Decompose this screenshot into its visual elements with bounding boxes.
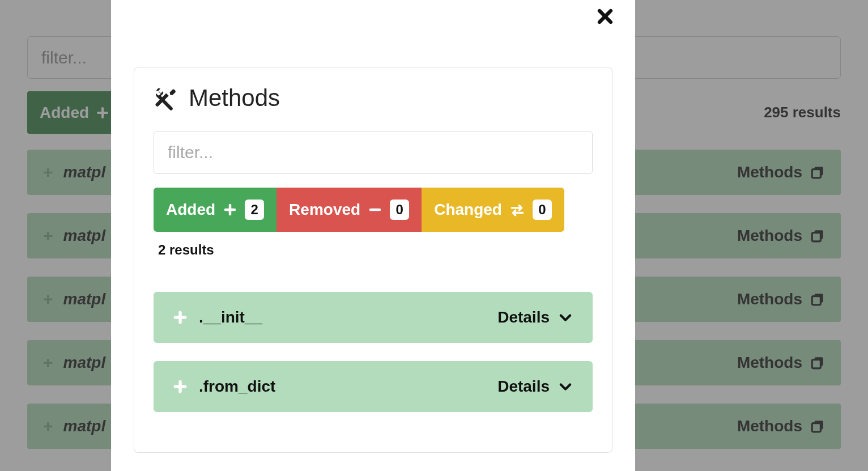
list-item[interactable]: .from_dict Details <box>154 361 593 412</box>
details-label: Details <box>497 308 550 326</box>
modal-title-text: Methods <box>189 84 280 112</box>
methods-modal: Methods Added 2 Removed 0 Changed <box>111 0 635 471</box>
details-button[interactable]: Details <box>497 377 573 396</box>
wrench-icon <box>154 86 178 111</box>
plus-icon <box>223 203 237 217</box>
item-name: .__init__ <box>199 308 262 326</box>
modal-results-count: 2 results <box>154 242 593 258</box>
changed-pill-label: Changed <box>434 201 502 219</box>
modal-filter-input[interactable] <box>154 131 593 174</box>
swap-icon <box>510 202 525 217</box>
modal-title: Methods <box>154 84 593 112</box>
minus-icon <box>368 203 382 217</box>
removed-pill-label: Removed <box>289 201 360 219</box>
removed-pill-count: 0 <box>390 200 409 220</box>
list-item[interactable]: .__init__ Details <box>154 292 593 343</box>
plus-icon <box>173 310 188 325</box>
added-pill[interactable]: Added 2 <box>154 188 276 232</box>
details-label: Details <box>497 377 550 396</box>
details-button[interactable]: Details <box>497 308 573 326</box>
chevron-down-icon <box>558 309 573 325</box>
added-pill-count: 2 <box>245 200 264 220</box>
chevron-down-icon <box>558 379 573 394</box>
changed-pill[interactable]: Changed 0 <box>422 188 564 232</box>
plus-icon <box>173 379 188 394</box>
modal-result-list: .__init__ Details .from_dict Det <box>154 292 593 412</box>
close-icon <box>595 7 615 26</box>
status-pill-bar: Added 2 Removed 0 Changed 0 <box>154 188 564 232</box>
close-button[interactable] <box>591 2 619 31</box>
modal-card: Methods Added 2 Removed 0 Changed <box>134 67 612 453</box>
changed-pill-count: 0 <box>533 200 552 220</box>
removed-pill[interactable]: Removed 0 <box>276 188 422 232</box>
added-pill-label: Added <box>166 201 215 219</box>
item-name: .from_dict <box>199 377 275 396</box>
